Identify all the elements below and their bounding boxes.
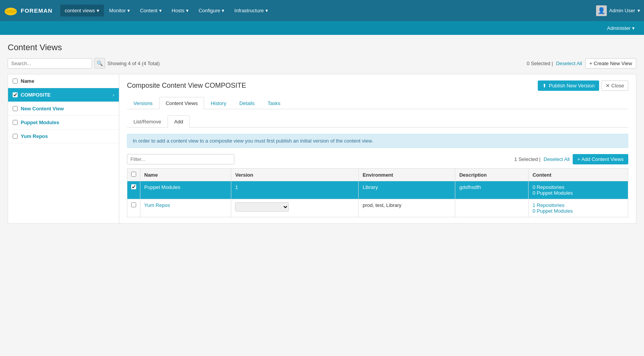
page-wrapper: Content Views 🔍 Showing 4 of 4 (4 Total)… <box>0 35 644 231</box>
sidebar-item-yum-repos[interactable]: Yum Repos <box>8 130 119 143</box>
row-content-cell: 1 Repositories0 Puppet Modules <box>529 199 628 217</box>
row-checkbox[interactable] <box>131 202 136 207</box>
sub-tab-add[interactable]: Add <box>168 115 189 128</box>
user-dropdown-arrow-icon: ▾ <box>637 8 640 13</box>
select-all-checkbox[interactable] <box>13 79 18 84</box>
search-icon: 🔍 <box>97 61 103 66</box>
tab-versions[interactable]: Versions <box>127 97 159 109</box>
sidebar-item-label-puppet: Puppet Modules <box>21 120 59 125</box>
deselect-all-link[interactable]: Deselect All <box>556 61 582 66</box>
sidebar-item-checkbox-composite[interactable] <box>13 92 18 97</box>
panel-title: Composite Content View COMPOSITE <box>127 82 246 90</box>
main-panel: Composite Content View COMPOSITE ⬆ Publi… <box>119 74 636 223</box>
row-name-link[interactable]: Puppet Modules <box>144 184 180 190</box>
user-menu[interactable]: 👤 Admin User ▾ <box>596 5 640 16</box>
row-version-text: 1 <box>235 184 238 190</box>
panel-header: Composite Content View COMPOSITE ⬆ Publi… <box>127 80 628 91</box>
tab-content-views[interactable]: Content Views <box>159 97 204 109</box>
administer-menu[interactable]: Administer ▾ <box>602 23 640 33</box>
sidebar-item-checkbox-new[interactable] <box>13 106 18 111</box>
tab-tasks[interactable]: Tasks <box>261 97 287 109</box>
logo-area: FOREMAN <box>4 4 53 18</box>
row-environment-cell: Library <box>359 181 455 199</box>
toolbar-right: 0 Selected | Deselect All + Create New V… <box>527 58 636 69</box>
table-header-name: Name <box>140 169 231 181</box>
user-avatar-icon: 👤 <box>596 5 607 16</box>
table-row: Yum Reposprod, test, Library1 Repositori… <box>127 199 628 217</box>
sidebar-item-label-composite: COMPOSITE <box>21 92 51 98</box>
toolbar: 🔍 Showing 4 of 4 (4 Total) 0 Selected | … <box>8 58 636 69</box>
sidebar-item-label-new: New Content View <box>21 106 64 112</box>
page-title: Content Views <box>8 43 636 52</box>
sidebar-item-label-yum: Yum Repos <box>21 133 48 139</box>
add-content-views-button[interactable]: + Add Content Views <box>573 154 628 164</box>
row-checkbox-cell <box>127 199 140 217</box>
sub-tab-list-remove[interactable]: List/Remove <box>127 115 168 128</box>
svg-point-1 <box>5 10 17 13</box>
row-content-cell: 0 Repositories0 Puppet Modules <box>529 181 628 199</box>
foreman-logo-icon <box>4 4 18 18</box>
publish-new-version-button[interactable]: ⬆ Publish New Version <box>538 80 599 91</box>
selected-info: 0 Selected | <box>527 61 553 66</box>
info-box: In order to add a content view to a comp… <box>127 134 628 148</box>
content-link[interactable]: 0 Puppet Modules <box>532 190 573 196</box>
showing-text: Showing 4 of 4 (4 Total) <box>107 61 160 66</box>
row-description-cell <box>455 199 529 217</box>
table-select-all-checkbox[interactable] <box>131 172 136 177</box>
content-link[interactable]: 0 Repositories <box>532 184 564 190</box>
row-checkbox[interactable] <box>131 184 136 189</box>
create-new-view-button[interactable]: + Create New View <box>585 58 636 69</box>
top-nav: FOREMAN content views ▾ Monitor ▾ Conten… <box>0 0 644 21</box>
chevron-right-icon: › <box>113 92 114 98</box>
tab-history[interactable]: History <box>204 97 232 109</box>
table-header-checkbox-col <box>127 169 140 181</box>
administer-dropdown-icon: ▾ <box>632 25 635 31</box>
filter-right: 1 Selected | Deselect All + Add Content … <box>514 154 628 164</box>
panel-actions: ⬆ Publish New Version ✕ Close <box>538 80 628 91</box>
search-area: 🔍 Showing 4 of 4 (4 Total) <box>8 58 160 69</box>
dropdown-arrow-icon: ▾ <box>97 8 99 13</box>
nav-item-content-views[interactable]: content views ▾ <box>60 5 104 16</box>
app-name: FOREMAN <box>21 7 53 14</box>
content-link[interactable]: 1 Repositories <box>532 202 564 208</box>
filter-action-row: 1 Selected | Deselect All + Add Content … <box>127 154 628 164</box>
dropdown-arrow-icon: ▾ <box>127 8 130 13</box>
nav-item-hosts[interactable]: Hosts ▾ <box>167 5 193 16</box>
table-header-version: Version <box>231 169 359 181</box>
nav-item-configure[interactable]: Configure ▾ <box>194 5 229 16</box>
sub-tabs: List/Remove Add <box>127 115 628 128</box>
row-checkbox-cell <box>127 181 140 199</box>
dropdown-arrow-icon: ▾ <box>186 8 189 13</box>
nav-item-monitor[interactable]: Monitor ▾ <box>105 5 135 16</box>
content-link[interactable]: 0 Puppet Modules <box>532 208 573 214</box>
sidebar-item-checkbox-puppet[interactable] <box>13 120 18 125</box>
tab-details[interactable]: Details <box>233 97 261 109</box>
row-name-link[interactable]: Yum Repos <box>144 202 170 208</box>
sidebar-header: Name <box>8 74 119 88</box>
row-name-cell: Puppet Modules <box>140 181 231 199</box>
content-views-table: Name Version Environment Description Con <box>127 168 628 217</box>
sidebar-item-puppet-modules[interactable]: Puppet Modules <box>8 116 119 130</box>
close-button[interactable]: ✕ Close <box>601 80 628 91</box>
row-version-cell <box>231 199 359 217</box>
primary-nav: content views ▾ Monitor ▾ Content ▾ Host… <box>60 5 596 16</box>
search-button[interactable]: 🔍 <box>94 58 105 69</box>
nav-item-infrastructure[interactable]: Infrastructure ▾ <box>230 5 273 16</box>
sidebar-item-composite[interactable]: COMPOSITE › <box>8 88 119 102</box>
dropdown-arrow-icon: ▾ <box>159 8 162 13</box>
search-input[interactable] <box>8 58 92 69</box>
table-deselect-all-link[interactable]: Deselect All <box>544 156 570 162</box>
sidebar-item-new-content-view[interactable]: New Content View <box>8 102 119 116</box>
dropdown-arrow-icon: ▾ <box>265 8 268 13</box>
sidebar-item-checkbox-yum[interactable] <box>13 134 18 139</box>
sidebar-header-label: Name <box>21 78 34 84</box>
table-header-environment: Environment <box>359 169 455 181</box>
row-description-cell: gdsfhsdfh <box>455 181 529 199</box>
tabs: Versions Content Views History Details T… <box>127 97 628 109</box>
nav-item-content[interactable]: Content ▾ <box>135 5 166 16</box>
table-selected-count: 1 Selected | <box>514 156 540 162</box>
filter-input[interactable] <box>127 154 234 164</box>
sidebar: Name COMPOSITE › New Content View Puppet… <box>8 74 119 223</box>
row-version-select[interactable] <box>235 202 289 212</box>
secondary-nav: Administer ▾ <box>0 21 644 35</box>
